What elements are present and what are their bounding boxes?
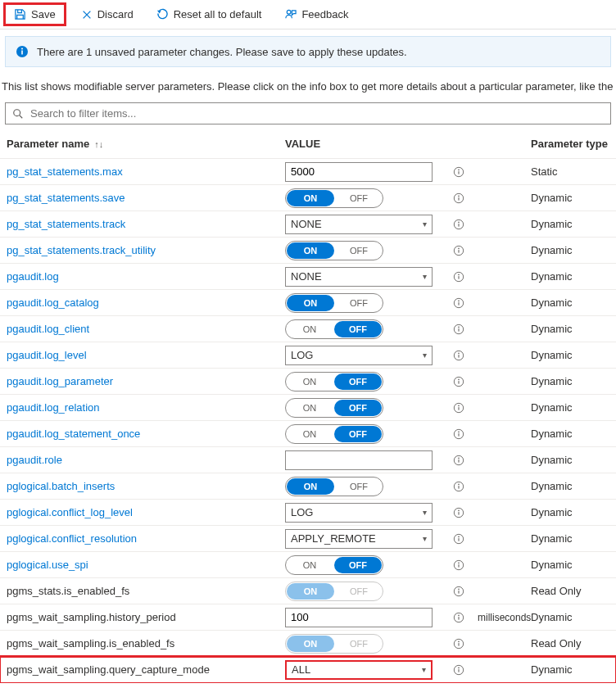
info-icon[interactable] bbox=[453, 559, 478, 571]
svg-rect-7 bbox=[458, 171, 459, 174]
reset-icon bbox=[156, 8, 169, 20]
toggle-on: ON bbox=[286, 556, 333, 574]
select-input[interactable]: ALL▾ bbox=[285, 660, 433, 680]
param-name[interactable]: pgaudit.role bbox=[7, 454, 260, 466]
toggle-switch: ONOFF bbox=[285, 582, 383, 601]
sort-icon[interactable]: ↑↓ bbox=[94, 139, 103, 149]
select-input[interactable]: NONE▾ bbox=[285, 215, 433, 234]
info-icon[interactable] bbox=[453, 350, 478, 361]
select-input[interactable]: LOG▾ bbox=[285, 503, 433, 523]
info-icon[interactable] bbox=[453, 507, 478, 518]
param-type: Dynamic bbox=[531, 218, 609, 230]
param-type: Read Only bbox=[531, 637, 609, 649]
param-name[interactable]: pgaudit.log_statement_once bbox=[7, 428, 260, 440]
param-type: Dynamic bbox=[531, 454, 609, 466]
discard-button[interactable]: Discard bbox=[76, 5, 138, 24]
toggle-switch[interactable]: ONOFF bbox=[285, 293, 383, 313]
param-name[interactable]: pgaudit.log_parameter bbox=[7, 375, 260, 387]
toggle-off: OFF bbox=[335, 242, 383, 260]
info-icon[interactable] bbox=[453, 664, 478, 676]
table-row: pgaudit.logNONE▾Dynamic bbox=[0, 264, 616, 290]
toggle-switch[interactable]: ONOFF bbox=[285, 477, 383, 496]
search-box[interactable] bbox=[5, 102, 611, 124]
select-input[interactable]: APPLY_REMOTE▾ bbox=[285, 529, 433, 549]
col-value[interactable]: VALUE bbox=[285, 138, 453, 150]
feedback-button[interactable]: Feedback bbox=[279, 5, 353, 24]
param-name: pgms_wait_sampling.query_capture_mode bbox=[7, 663, 260, 676]
param-name[interactable]: pglogical.conflict_log_level bbox=[7, 506, 260, 518]
svg-point-0 bbox=[288, 10, 292, 14]
table-row: pgaudit.log_levelLOG▾Dynamic bbox=[0, 342, 616, 369]
info-icon[interactable] bbox=[453, 166, 478, 178]
param-name[interactable]: pglogical.use_spi bbox=[7, 559, 260, 571]
toggle-switch[interactable]: ONOFF bbox=[285, 319, 383, 339]
param-name[interactable]: pgaudit.log_relation bbox=[7, 401, 260, 414]
toggle-on: ON bbox=[286, 425, 333, 443]
search-input[interactable] bbox=[29, 106, 604, 120]
toggle-switch[interactable]: ONOFF bbox=[285, 372, 383, 391]
svg-rect-19 bbox=[458, 276, 459, 279]
parameters-table: Parameter name ↑↓ VALUE Parameter type p… bbox=[0, 129, 616, 683]
text-input[interactable] bbox=[285, 608, 433, 627]
param-name[interactable]: pg_stat_statements.track_utility bbox=[7, 244, 260, 256]
select-input[interactable]: NONE▾ bbox=[285, 267, 433, 287]
param-name[interactable]: pglogical.batch_inserts bbox=[7, 480, 260, 492]
col-name[interactable]: Parameter name bbox=[7, 138, 89, 150]
toggle-on: ON bbox=[287, 190, 334, 206]
svg-rect-34 bbox=[458, 407, 459, 410]
svg-point-65 bbox=[458, 667, 460, 668]
svg-line-5 bbox=[20, 115, 23, 118]
toggle-switch[interactable]: ONOFF bbox=[285, 424, 383, 444]
info-icon[interactable] bbox=[453, 455, 478, 466]
chevron-down-icon: ▾ bbox=[423, 534, 427, 543]
info-icon[interactable] bbox=[453, 402, 478, 414]
param-name[interactable]: pg_stat_statements.track bbox=[7, 218, 260, 230]
select-value: ALL bbox=[292, 663, 310, 676]
select-value: NONE bbox=[291, 218, 322, 230]
svg-point-47 bbox=[458, 509, 460, 511]
param-name[interactable]: pgaudit.log_client bbox=[7, 323, 260, 335]
param-name[interactable]: pgaudit.log bbox=[7, 270, 260, 283]
param-name[interactable]: pg_stat_statements.save bbox=[7, 192, 260, 204]
toggle-switch[interactable]: ONOFF bbox=[285, 241, 383, 260]
table-row: pgms_wait_sampling.is_enabled_fsONOFFRea… bbox=[0, 631, 616, 657]
info-icon[interactable] bbox=[453, 192, 478, 204]
table-row: pglogical.conflict_log_levelLOG▾Dynamic bbox=[0, 500, 616, 526]
info-icon[interactable] bbox=[453, 376, 478, 387]
info-icon[interactable] bbox=[453, 324, 478, 335]
toggle-switch[interactable]: ONOFF bbox=[285, 555, 383, 575]
table-row: pgms_wait_sampling.query_capture_modeALL… bbox=[0, 657, 616, 683]
info-icon[interactable] bbox=[453, 586, 478, 597]
toggle-switch[interactable]: ONOFF bbox=[285, 398, 383, 418]
info-icon[interactable] bbox=[453, 638, 478, 649]
toggle-on: ON bbox=[287, 636, 334, 652]
param-name[interactable]: pgaudit.log_catalog bbox=[7, 296, 260, 309]
info-icon[interactable] bbox=[453, 245, 478, 256]
save-button[interactable]: Save bbox=[3, 2, 66, 26]
reset-button[interactable]: Reset all to default bbox=[152, 5, 267, 24]
info-icon[interactable] bbox=[453, 297, 478, 309]
info-icon[interactable] bbox=[453, 533, 478, 545]
param-name[interactable]: pglogical.conflict_resolution bbox=[7, 532, 260, 545]
svg-rect-64 bbox=[458, 669, 459, 672]
text-input[interactable] bbox=[285, 162, 433, 182]
info-icon[interactable] bbox=[453, 612, 478, 623]
info-icon[interactable] bbox=[453, 428, 478, 440]
text-input[interactable] bbox=[285, 450, 433, 470]
param-name[interactable]: pg_stat_statements.max bbox=[7, 165, 260, 178]
svg-rect-31 bbox=[458, 381, 459, 384]
svg-point-56 bbox=[458, 588, 460, 590]
col-type[interactable]: Parameter type bbox=[531, 138, 609, 150]
svg-rect-46 bbox=[458, 512, 459, 515]
select-value: NONE bbox=[291, 270, 322, 283]
svg-rect-22 bbox=[458, 302, 459, 306]
svg-rect-52 bbox=[458, 564, 459, 568]
param-name[interactable]: pgaudit.log_level bbox=[7, 349, 260, 361]
param-type: Dynamic bbox=[531, 244, 609, 256]
info-icon[interactable] bbox=[453, 219, 478, 230]
info-icon[interactable] bbox=[453, 271, 478, 283]
table-row: pg_stat_statements.maxStatic bbox=[0, 159, 616, 185]
select-input[interactable]: LOG▾ bbox=[285, 346, 433, 365]
info-icon[interactable] bbox=[453, 481, 478, 492]
toggle-switch[interactable]: ONOFF bbox=[285, 188, 383, 208]
